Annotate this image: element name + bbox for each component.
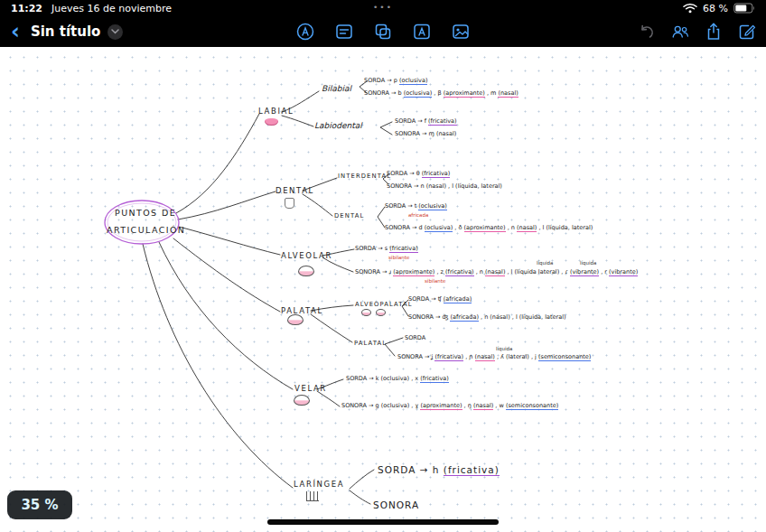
- mouth-icon: [294, 395, 310, 406]
- mindmap-labels: PUNTOS DE ARTICULACIÓN LABIALDENTALALVEO…: [0, 47, 766, 532]
- tooth-icon: [285, 198, 294, 209]
- photo-icon[interactable]: [451, 22, 471, 42]
- alveolar-liquida-2: líquida: [580, 260, 596, 266]
- label-bilabial: Bilabial: [322, 84, 351, 94]
- status-bar: 11:22 Jueves 16 de noviembre ••• 68 %: [0, 0, 766, 16]
- laringea-sorda: SORDA → h (fricativa): [378, 464, 500, 476]
- dental-sonora: SONORA → d (oclusiva) , ð (aproximante) …: [385, 225, 593, 232]
- laringea-sonora: SONORA: [373, 499, 419, 511]
- notes-icon[interactable]: [334, 22, 354, 42]
- label-interdental: INTERDENTAL: [338, 173, 391, 180]
- interdental-sorda: SORDA → θ (fricativa): [387, 171, 450, 178]
- labiodental-sonora: SONORA → ɱ (nasal): [395, 131, 456, 138]
- undo-icon[interactable]: [637, 22, 657, 42]
- labiodental-sorda: SORDA → f (fricativa): [395, 118, 457, 126]
- root-title-line-2: ARTICULACIÓN: [107, 225, 185, 235]
- battery-icon: [733, 3, 755, 14]
- label-labiodental: Labiodental: [314, 121, 362, 131]
- zoom-level: 35 %: [21, 497, 58, 513]
- label-alveolar: ALVEOLAR: [281, 251, 332, 260]
- palatal-liquida: líquida: [496, 346, 512, 352]
- palatal-sonora: SONORA → ʝ (fricativa) , ɲ (nasal) , ʎ (…: [397, 354, 591, 361]
- alveolar-sibilante-2: sibilante: [425, 278, 445, 285]
- label-dental-sub: DENTAL: [334, 212, 364, 219]
- label-laringea: LARÍNGEA: [294, 480, 344, 489]
- root-title-line-1: PUNTOS DE: [115, 208, 176, 218]
- share-icon[interactable]: [704, 22, 724, 42]
- dental-africada: africada: [408, 212, 428, 219]
- bilabial-sorda: SORDA → p (oclusiva): [364, 78, 427, 85]
- velar-sorda: SORDA → k (oclusiva) , x (fricativa): [346, 376, 449, 383]
- mouth-icon: [298, 266, 314, 276]
- mouth-icon-small: [361, 309, 371, 316]
- palatal-sorda: SORDA: [405, 335, 425, 342]
- alveopalatal-sorda: SORDA → ʧ (africada): [408, 296, 472, 303]
- label-alveopalatal: ALVEOPALATAL: [355, 301, 413, 308]
- interdental-sonora: SONORA → n (nasal) , l (líquida, lateral…: [387, 183, 502, 191]
- multitask-dots-icon: •••: [0, 3, 766, 12]
- shapes-icon[interactable]: [373, 22, 393, 42]
- velar-sonora: SONORA → g (oclusiva) , ɣ (aproximante) …: [341, 403, 558, 410]
- lips-icon: [265, 118, 278, 126]
- collaborate-icon[interactable]: [670, 22, 690, 42]
- label-velar: VELAR: [294, 384, 327, 393]
- battery-percent: 68 %: [703, 3, 728, 14]
- alveolar-sibilante-1: sibilante: [388, 255, 409, 261]
- wifi-icon: [683, 3, 697, 14]
- alveolar-sorda: SORDA → s (fricativa): [355, 246, 418, 253]
- dental-sorda: SORDA → t (oclusiva): [385, 203, 447, 210]
- alveolar-liquida-1: líquida: [537, 260, 553, 266]
- note-canvas[interactable]: PUNTOS DE ARTICULACIÓN LABIALDENTALALVEO…: [0, 47, 766, 532]
- label-palatal-sub: PALATAL: [354, 340, 387, 347]
- label-labial: LABIAL: [258, 107, 294, 116]
- home-indicator[interactable]: [267, 519, 499, 525]
- alveolar-sonora: SONORA → ɹ (aproximante) , z (fricativa)…: [355, 269, 638, 276]
- zoom-badge[interactable]: 35 %: [7, 490, 72, 519]
- pen-tool-icon[interactable]: [295, 22, 315, 42]
- label-dental: DENTAL: [276, 186, 314, 195]
- bilabial-sonora: SONORA → b (oclusiva) , β (aproximante) …: [364, 90, 518, 98]
- compose-icon[interactable]: [737, 22, 757, 42]
- text-tool-icon[interactable]: [412, 22, 432, 42]
- mouth-icon-small: [376, 309, 386, 316]
- label-palatal: PALATAL: [281, 306, 323, 315]
- throat-icon: [306, 491, 319, 501]
- toolbar: ‹ Sin título: [0, 16, 766, 47]
- mouth-icon: [287, 314, 304, 325]
- alveopalatal-sonora: SONORA → ʤ (africada) , n (nasal) , l (l…: [408, 314, 566, 322]
